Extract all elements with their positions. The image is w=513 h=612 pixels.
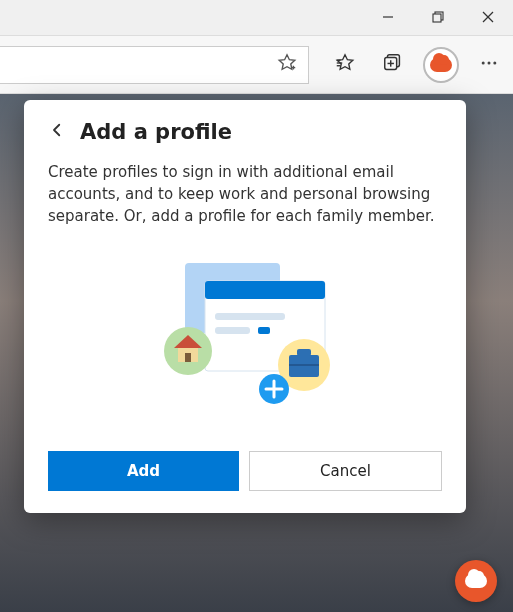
svg-point-14 — [482, 61, 485, 64]
cloud-icon — [465, 574, 487, 588]
add-button[interactable]: Add — [48, 451, 239, 491]
dialog-illustration — [48, 255, 442, 415]
dialog-header: Add a profile — [48, 120, 442, 144]
back-button[interactable] — [48, 121, 66, 143]
minimize-icon — [382, 8, 394, 27]
svg-rect-2 — [433, 14, 441, 22]
browser-toolbar — [0, 36, 513, 94]
more-icon — [479, 53, 499, 77]
more-button[interactable] — [465, 45, 513, 85]
svg-rect-21 — [215, 327, 250, 334]
maximize-button[interactable] — [413, 0, 463, 35]
dialog-actions: Add Cancel — [48, 451, 442, 491]
minimize-button[interactable] — [363, 0, 413, 35]
close-icon — [482, 8, 494, 27]
favorite-add-icon[interactable] — [276, 52, 298, 78]
profile-button[interactable] — [423, 47, 459, 83]
svg-rect-22 — [258, 327, 270, 334]
svg-point-16 — [493, 61, 496, 64]
profile-avatar-icon — [430, 58, 452, 72]
svg-rect-26 — [185, 353, 191, 362]
favorites-button[interactable] — [321, 45, 369, 85]
svg-point-15 — [488, 61, 491, 64]
favorites-icon — [334, 52, 356, 78]
add-profile-dialog: Add a profile Create profiles to sign in… — [24, 100, 466, 513]
svg-rect-19 — [205, 281, 325, 299]
maximize-icon — [432, 8, 444, 27]
svg-rect-20 — [215, 313, 285, 320]
svg-rect-28 — [289, 355, 319, 377]
dialog-title: Add a profile — [80, 120, 232, 144]
address-bar[interactable] — [0, 46, 309, 84]
close-button[interactable] — [463, 0, 513, 35]
collections-icon — [382, 52, 404, 78]
cancel-button[interactable]: Cancel — [249, 451, 442, 491]
collections-button[interactable] — [369, 45, 417, 85]
svg-rect-29 — [297, 349, 311, 356]
window-titlebar — [0, 0, 513, 36]
watermark-badge — [455, 560, 497, 602]
dialog-description: Create profiles to sign in with addition… — [48, 162, 442, 227]
